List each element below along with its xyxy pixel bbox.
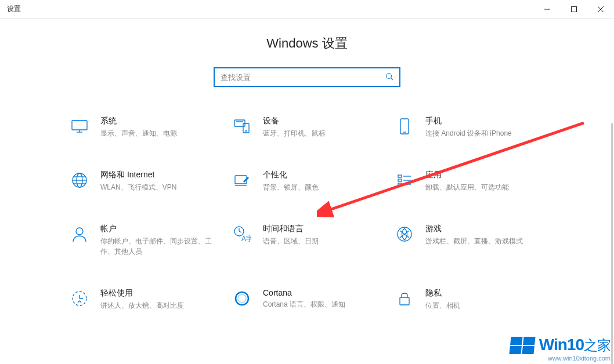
svg-rect-37 [400,297,409,305]
minimize-button[interactable] [534,0,561,19]
monitor-icon [69,116,90,137]
tile-title: 帐户 [100,224,220,234]
titlebar: 设置 [0,0,614,19]
globe-icon [69,170,90,191]
tile-desc: 卸载、默认应用、可选功能 [425,182,545,192]
tile-privacy[interactable]: 隐私 位置、相机 [394,288,545,311]
watermark-url: www.win10xitong.com [510,355,611,362]
tile-time-language[interactable]: A字 时间和语言 语音、区域、日期 [232,224,382,257]
tile-personalization[interactable]: 个性化 背景、锁屏、颜色 [232,170,382,192]
settings-grid: 系统 显示、声音、通知、电源 设备 蓝牙、打印机、鼠标 手机 连接 Androi… [0,116,614,311]
svg-point-11 [245,130,247,132]
tile-title: 游戏 [425,224,545,234]
tile-title: 设备 [263,116,382,126]
search-input[interactable] [221,68,385,86]
tile-title: 系统 [100,116,220,126]
tile-devices[interactable]: 设备 蓝牙、打印机、鼠标 [232,116,382,139]
window-title: 设置 [7,4,534,14]
tile-title: 轻松使用 [100,288,220,299]
phone-icon [394,116,415,137]
tile-title: Cortana [263,288,382,297]
scrollbar[interactable] [611,123,613,364]
svg-point-36 [238,294,246,303]
personalize-icon [232,170,252,191]
svg-text:A字: A字 [241,235,251,243]
apps-icon [394,170,415,191]
windows-logo-icon [509,337,535,354]
tile-desc: 蓝牙、打印机、鼠标 [263,128,382,139]
tile-system[interactable]: 系统 显示、声音、通知、电源 [69,116,220,139]
maximize-button[interactable] [561,0,587,19]
tile-desc: 背景、锁屏、颜色 [263,182,382,192]
page-title: Windows 设置 [0,35,614,52]
tile-desc: Cortana 语言、权限、通知 [263,299,382,310]
tile-desc: 位置、相机 [425,300,545,311]
tile-accounts[interactable]: 帐户 你的帐户、电子邮件、同步设置、工作、其他人员 [69,224,220,257]
svg-point-4 [387,73,392,78]
gaming-icon [394,224,415,245]
tile-desc: WLAN、飞行模式、VPN [100,182,220,192]
search-box[interactable] [214,67,400,87]
privacy-icon [394,288,415,309]
tile-apps[interactable]: 应用 卸载、默认应用、可选功能 [394,170,545,192]
tile-title: 应用 [425,170,545,180]
tile-desc: 显示、声音、通知、电源 [100,128,220,139]
tile-cortana[interactable]: Cortana Cortana 语言、权限、通知 [232,288,382,311]
svg-point-28 [76,228,83,235]
account-icon [69,224,90,245]
tile-title: 网络和 Internet [100,170,220,180]
tile-gaming[interactable]: 游戏 游戏栏、截屏、直播、游戏模式 [394,224,545,257]
tile-desc: 你的帐户、电子邮件、同步设置、工作、其他人员 [100,236,220,257]
svg-rect-22 [398,175,402,177]
svg-rect-23 [398,179,402,181]
tile-title: 时间和语言 [263,224,382,234]
tile-title: 隐私 [425,288,545,299]
svg-rect-13 [400,119,409,134]
timelang-icon: A字 [232,224,252,245]
tile-desc: 游戏栏、截屏、直播、游戏模式 [425,236,545,246]
window-controls [534,0,614,19]
ease-icon [69,288,90,309]
tile-title: 个性化 [263,170,382,180]
tile-phone[interactable]: 手机 连接 Android 设备和 iPhone [394,116,545,139]
tile-desc: 语音、区域、日期 [263,236,382,246]
close-button[interactable] [587,0,614,19]
tile-network[interactable]: 网络和 Internet WLAN、飞行模式、VPN [69,170,220,192]
watermark-text: Win10之家 [539,336,611,355]
content-area: Windows 设置 系统 显示、声音、通知、电源 设备 蓝牙、打 [0,19,614,364]
svg-line-31 [239,231,241,232]
cortana-icon [232,288,252,309]
tile-title: 手机 [425,116,545,126]
svg-line-5 [391,78,393,80]
tile-desc: 讲述人、放大镜、高对比度 [100,300,220,311]
search-icon [385,72,393,82]
svg-rect-24 [398,183,402,185]
devices-icon [232,116,252,137]
watermark: Win10之家 www.win10xitong.com [510,336,611,362]
tile-desc: 连接 Android 设备和 iPhone [425,128,545,139]
svg-rect-1 [572,6,577,12]
svg-rect-6 [72,121,87,130]
search-wrap [0,67,614,87]
tile-ease-of-access[interactable]: 轻松使用 讲述人、放大镜、高对比度 [69,288,220,311]
